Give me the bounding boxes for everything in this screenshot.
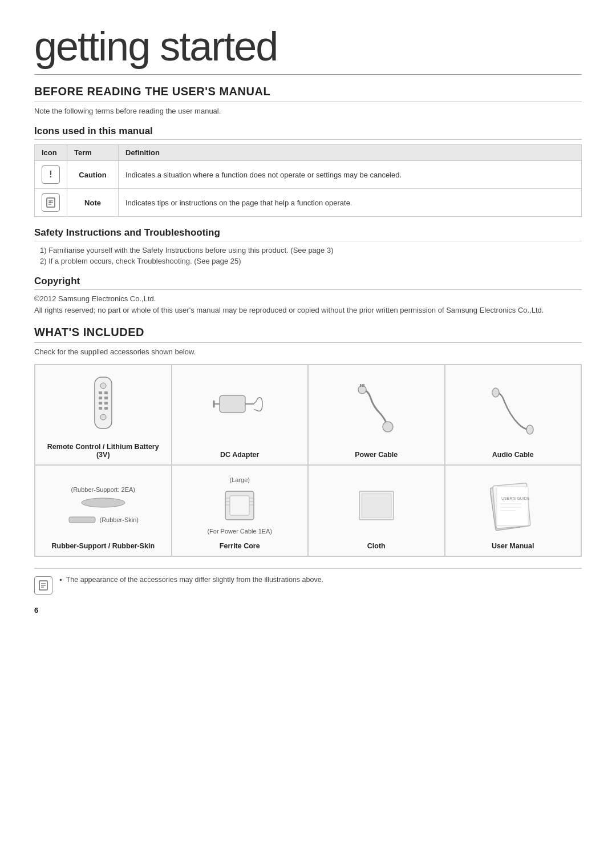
safety-subsection: Safety Instructions and Troubleshooting … xyxy=(34,227,582,265)
rubber-support-label: Rubber-Support / Rubber-Skin xyxy=(51,542,155,550)
list-item: 2) If a problem occurs, check Troublesho… xyxy=(40,257,582,265)
svg-rect-10 xyxy=(99,402,102,405)
accessory-power-cable: Power Cable xyxy=(308,365,445,465)
rights-text: All rights reserved; no part or whole of… xyxy=(34,306,582,314)
svg-text:USER'S GUIDE: USER'S GUIDE xyxy=(501,496,530,500)
before-reading-title: BEFORE READING THE USER'S MANUAL xyxy=(34,85,582,102)
footer-note-icon xyxy=(34,576,52,595)
audio-cable-label: Audio Cable xyxy=(492,451,534,459)
col-term: Term xyxy=(67,145,119,161)
svg-point-5 xyxy=(100,383,106,389)
user-manual-label: User Manual xyxy=(492,542,534,550)
remote-control-label: Remote Control / Lithium Battery (3V) xyxy=(42,443,164,459)
ferrite-core-image: (Large) (For Power Cable 1EA) xyxy=(207,475,272,536)
svg-rect-11 xyxy=(104,402,108,405)
list-item: 1) Familiarise yourself with the Safety … xyxy=(40,246,582,254)
svg-rect-8 xyxy=(99,397,102,399)
svg-rect-37 xyxy=(362,494,391,518)
copyright-title: Copyright xyxy=(34,276,582,290)
table-row: ! Caution Indicates a situation where a … xyxy=(35,161,582,189)
cloth-label: Cloth xyxy=(367,542,386,550)
svg-point-19 xyxy=(383,422,393,432)
accessory-ferrite-core: (Large) (For Power Cable 1EA) Ferrite Co… xyxy=(172,465,309,556)
note-definition: Indicates tips or instructions on the pa… xyxy=(119,189,582,217)
page-title: getting started xyxy=(34,23,582,75)
accessory-cloth: Cloth xyxy=(308,465,445,556)
power-cable-label: Power Cable xyxy=(355,451,398,459)
icons-subsection-title: Icons used in this manual xyxy=(34,126,582,140)
svg-rect-40 xyxy=(497,487,528,525)
before-reading-intro: Note the following terms before reading … xyxy=(34,107,582,115)
icons-table: Icon Term Definition ! Caution Indicates… xyxy=(34,144,582,217)
remote-control-image xyxy=(83,374,123,437)
ferrite-core-sub-label1: (Large) xyxy=(230,476,250,483)
table-row: Note Indicates tips or instructions on t… xyxy=(35,189,582,217)
svg-rect-13 xyxy=(104,407,108,410)
copyright-line: ©2012 Samsung Electronics Co.,Ltd. xyxy=(34,294,582,303)
caution-term: Caution xyxy=(67,161,119,189)
icons-subsection: Icons used in this manual Icon Term Defi… xyxy=(34,126,582,217)
ferrite-core-label: Ferrite Core xyxy=(220,542,260,550)
svg-point-26 xyxy=(82,498,125,507)
safety-subsection-title: Safety Instructions and Troubleshooting xyxy=(34,227,582,241)
note-icon xyxy=(42,193,60,212)
col-definition: Definition xyxy=(119,145,582,161)
caution-icon: ! xyxy=(42,165,60,184)
note-icon-cell xyxy=(35,189,67,217)
cloth-image xyxy=(354,475,399,536)
dc-adapter-label: DC Adapter xyxy=(220,451,259,459)
accessory-audio-cable: Audio Cable xyxy=(445,365,582,465)
svg-point-18 xyxy=(358,386,366,394)
rubber-support-sub-label: (Rubber-Support: 2EA) xyxy=(71,486,136,493)
svg-point-24 xyxy=(526,425,533,434)
whats-included-title: WHAT'S INCLUDED xyxy=(34,326,582,343)
svg-rect-7 xyxy=(104,391,108,394)
svg-rect-15 xyxy=(220,395,245,413)
whats-included-intro: Check for the supplied accessories shown… xyxy=(34,347,582,356)
safety-list: 1) Familiarise yourself with the Safety … xyxy=(34,246,582,265)
caution-definition: Indicates a situation where a function d… xyxy=(119,161,582,189)
svg-rect-9 xyxy=(104,397,108,399)
svg-rect-29 xyxy=(230,496,249,515)
col-icon: Icon xyxy=(35,145,67,161)
note-term: Note xyxy=(67,189,119,217)
svg-rect-12 xyxy=(99,407,102,410)
user-manual-image: USER'S GUIDE xyxy=(490,475,536,536)
caution-icon-cell: ! xyxy=(35,161,67,189)
accessory-remote-control: Remote Control / Lithium Battery (3V) xyxy=(35,365,172,465)
footer-note-text: ▪ The appearance of the accessories may … xyxy=(59,576,323,584)
whats-included-section: WHAT'S INCLUDED Check for the supplied a… xyxy=(34,326,582,557)
svg-point-23 xyxy=(492,388,499,397)
power-cable-image xyxy=(351,374,402,445)
accessory-rubber-support: (Rubber-Support: 2EA) (Rubber-Skin) Rubb… xyxy=(35,465,172,556)
accessory-dc-adapter: DC Adapter xyxy=(172,365,309,465)
audio-cable-image xyxy=(487,374,538,445)
note-icon-footer xyxy=(34,576,52,595)
footer-note-box: ▪ The appearance of the accessories may … xyxy=(34,568,582,595)
ferrite-core-sub-label2: (For Power Cable 1EA) xyxy=(207,528,272,535)
svg-rect-6 xyxy=(99,391,102,394)
svg-rect-27 xyxy=(69,517,95,523)
dc-adapter-image xyxy=(211,374,268,445)
page-number: 6 xyxy=(34,606,582,615)
rubber-skin-sub-label: (Rubber-Skin) xyxy=(100,516,139,523)
accessories-grid: Remote Control / Lithium Battery (3V) DC… xyxy=(34,364,582,557)
accessory-user-manual: USER'S GUIDE User Manual xyxy=(445,465,582,556)
svg-point-14 xyxy=(100,414,106,420)
rubber-support-image: (Rubber-Support: 2EA) (Rubber-Skin) xyxy=(68,475,139,536)
copyright-subsection: Copyright ©2012 Samsung Electronics Co.,… xyxy=(34,276,582,314)
